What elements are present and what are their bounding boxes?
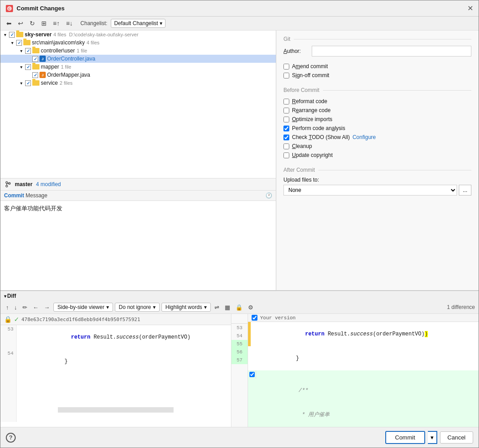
tree-item-controller[interactable]: ▾ ✓ controller\user 1 file [0, 47, 276, 55]
diff-line-53-right: return Result.success(orderPaymentVO)) [248, 322, 479, 346]
cleanup-row[interactable]: Cleanup [283, 142, 471, 151]
cancel-button[interactable]: Cancel [440, 431, 473, 444]
upload-config-btn[interactable]: ... [459, 185, 471, 196]
tree-item-ordermapper[interactable]: ✓ J OrderMapper.java [0, 71, 276, 79]
folder-icon-service [32, 80, 39, 86]
commit-message-area: Commit Message 🕐 客户催单功能代码开发 [0, 191, 276, 290]
diff-prev-btn[interactable]: ↑ [4, 303, 11, 312]
todo-row[interactable]: Check TODO (Show All) Configure [283, 133, 471, 142]
history-icon[interactable]: 🕐 [266, 192, 272, 199]
diff-header[interactable]: ▾ Diff [0, 291, 479, 301]
checkbox-src[interactable]: ✓ [16, 40, 22, 46]
todo-checkbox[interactable] [283, 135, 289, 140]
line-content-55l [17, 374, 231, 382]
reformat-checkbox[interactable] [283, 99, 289, 104]
commit-button[interactable]: Commit [385, 431, 425, 444]
author-input[interactable] [312, 46, 471, 57]
src-name: src\main\java\com\sky [32, 39, 85, 46]
commit-highlight: Commit [4, 192, 24, 199]
checkbox-mapper[interactable]: ✓ [25, 64, 31, 70]
checkbox-ordermapper[interactable]: ✓ [32, 72, 38, 78]
diff-line-54-right: } [248, 346, 479, 370]
diff-align-btn[interactable]: ⇌ [213, 303, 221, 312]
diff-back-btn[interactable]: ← [31, 303, 40, 312]
toolbar-undo-btn[interactable]: ↩ [16, 18, 26, 28]
folder-icon-mapper [32, 64, 39, 70]
configure-link[interactable]: Configure [353, 134, 376, 140]
changelist-value: Default Changelist [114, 20, 158, 26]
ordermapper-name: OrderMapper.java [47, 72, 90, 78]
sky-server-name: sky-server [25, 31, 52, 38]
diff-next-btn[interactable]: ↓ [13, 303, 19, 312]
diff-edit-btn[interactable]: ✏ [21, 303, 29, 312]
controller-name: controller\user [41, 48, 75, 54]
git-section-title: Git [283, 36, 471, 42]
toolbar-back-btn[interactable]: ⬅ [4, 18, 14, 28]
tree-item-service[interactable]: ▾ ✓ service 2 files [0, 79, 276, 87]
toolbar-collapse-btn[interactable]: ≡↓ [64, 18, 75, 28]
highlight-arrow: ▾ [204, 304, 207, 310]
tree-item-ordercontroller[interactable]: ✓ J OrderController.java [0, 55, 276, 63]
commit-msg-header: Commit Message 🕐 [0, 191, 276, 201]
tree-item-sky-server[interactable]: ▾ ✓ sky-server 4 files D:\code\sky-take-… [0, 30, 276, 39]
upload-label: Upload files to: [283, 177, 471, 183]
viewer-dropdown[interactable]: Side-by-side viewer ▾ [53, 303, 113, 312]
diff-fold-btn[interactable]: ▦ [223, 303, 232, 312]
analyze-checkbox[interactable] [283, 126, 289, 131]
diff-lock-btn[interactable]: 🔒 [234, 303, 244, 312]
diff-line-55-right [248, 370, 479, 378]
close-button[interactable]: ✕ [467, 4, 473, 13]
reformat-row[interactable]: Reformat code [283, 97, 471, 106]
right-pane-checkbox[interactable] [252, 315, 257, 321]
copyright-checkbox[interactable] [283, 152, 289, 158]
signoff-checkbox[interactable] [283, 73, 289, 78]
changelist-dropdown[interactable]: Default Changelist ▾ [111, 19, 165, 28]
checkbox-sky-server[interactable]: ✓ [9, 32, 15, 38]
svg-point-3 [6, 185, 8, 187]
title-bar-left: C Commit Changes [6, 5, 65, 12]
highlight-dropdown[interactable]: Highlight words ▾ [161, 303, 211, 312]
tree-item-src[interactable]: ▾ ✓ src\main\java\com\sky 4 files [0, 39, 276, 47]
checkbox-service[interactable]: ✓ [25, 80, 31, 86]
diff-content: 🔒 ✓ 478e63c7190a3ecd1f6d8ebb9d4f4b950f57… [0, 314, 479, 427]
folder-icon-src [23, 40, 30, 45]
folder-icon-sky-server [16, 32, 23, 37]
toolbar-expand-btn[interactable]: ≡↑ [51, 18, 62, 28]
help-button[interactable]: ? [6, 433, 16, 443]
branch-bar: master 4 modified [0, 178, 276, 191]
copyright-row[interactable]: Update copyright [283, 151, 471, 160]
rearrange-row[interactable]: Rearrange code [283, 106, 471, 115]
amend-checkbox[interactable] [283, 64, 289, 70]
toolbar-refresh-btn[interactable]: ↻ [27, 18, 37, 28]
author-row: Author: [283, 46, 471, 57]
diff-left-header: 🔒 ✓ 478e63c7190a3ecd1f6d8ebb9d4f4b950f57… [0, 314, 231, 325]
analyze-row[interactable]: Perform code analysis [283, 124, 471, 133]
toolbar: ⬅ ↩ ↻ ⊞ ≡↑ ≡↓ Changelist: Default Change… [0, 17, 479, 30]
footer: ? Commit ▾ Cancel [0, 427, 479, 448]
diff-fwd-btn[interactable]: → [42, 303, 52, 312]
diff-line-bottom-left [0, 398, 231, 422]
optimize-row[interactable]: Optimize imports [283, 115, 471, 124]
diff-line-56-left [0, 382, 231, 390]
amend-commit-row[interactable]: Amend commit [283, 62, 471, 71]
modified-badge[interactable]: 4 modified [36, 181, 61, 187]
checkbox-ordercontroller[interactable]: ✓ [32, 56, 38, 62]
tree-item-mapper[interactable]: ▾ ✓ mapper 1 file [0, 63, 276, 71]
ignore-dropdown[interactable]: Do not ignore ▾ [115, 303, 160, 312]
right-panel: Git Author: Amend commit Sign-off commit… [276, 30, 479, 290]
rearrange-checkbox[interactable] [283, 108, 289, 113]
signoff-row[interactable]: Sign-off commit [283, 71, 471, 80]
upload-select[interactable]: None [283, 185, 457, 196]
toolbar-grid-btn[interactable]: ⊞ [39, 18, 49, 28]
diff-line-56-right: /** [248, 378, 479, 403]
cleanup-checkbox[interactable] [283, 144, 289, 149]
lock-icon-left: 🔒 [4, 316, 12, 323]
line-55-checkbox[interactable] [249, 372, 255, 377]
commit-message-input[interactable]: 客户催单功能代码开发 [0, 201, 276, 290]
line-num-53l: 53 [0, 325, 17, 349]
cleanup-label: Cleanup [292, 143, 312, 149]
commit-dropdown-btn[interactable]: ▾ [428, 431, 437, 444]
checkbox-controller[interactable]: ✓ [25, 48, 31, 54]
optimize-checkbox[interactable] [283, 117, 289, 122]
diff-settings-btn[interactable]: ⚙ [246, 303, 255, 312]
